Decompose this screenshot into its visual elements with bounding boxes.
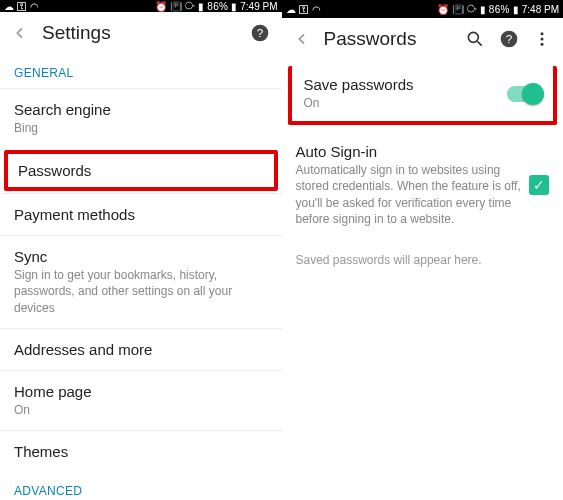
- svg-point-6: [541, 38, 544, 41]
- item-label: Passwords: [18, 162, 264, 179]
- vibrate-icon: 📳: [170, 1, 182, 12]
- settings-item-search-engine[interactable]: Search engine Bing: [0, 88, 282, 148]
- save-passwords-toggle-row[interactable]: Save passwords On: [288, 66, 558, 125]
- settings-screen: ☁ ⚿ ◠ ⏰ 📳 ⧂ ▮ 86% ▮ 7:49 PM Settings ? G…: [0, 0, 282, 500]
- passwords-screen: ☁ ⚿ ◠ ⏰ 📳 ⧂ ▮ 86% ▮ 7:48 PM Passwords ?: [282, 0, 564, 500]
- alarm-icon: ⏰: [155, 1, 167, 12]
- cloud-icon: ☁: [286, 4, 296, 15]
- alarm-icon: ⏰: [437, 4, 449, 15]
- svg-point-2: [468, 32, 478, 42]
- auto-signin-row[interactable]: Auto Sign-in Automatically sign in to we…: [282, 131, 564, 239]
- page-title: Passwords: [324, 28, 417, 50]
- key-icon: ⚿: [17, 1, 27, 12]
- item-sub: Sign in to get your bookmarks, history, …: [14, 267, 268, 316]
- more-icon[interactable]: [533, 30, 551, 48]
- key-icon: ⚿: [299, 4, 309, 15]
- signal-icon: ▮: [480, 4, 486, 15]
- item-sub: On: [14, 402, 268, 418]
- svg-point-7: [541, 43, 544, 46]
- svg-text:?: ?: [256, 26, 263, 39]
- checkbox-checked-icon[interactable]: ✓: [529, 175, 549, 195]
- section-advanced: ADVANCED: [0, 472, 282, 500]
- item-label: Themes: [14, 443, 268, 460]
- wifi-icon: ⧂: [467, 3, 477, 15]
- battery-percent: 86%: [489, 4, 510, 15]
- settings-item-passwords[interactable]: Passwords: [4, 150, 278, 191]
- back-icon[interactable]: [294, 31, 310, 47]
- statusbar-left: ☁ ⚿ ◠ ⏰ 📳 ⧂ ▮ 86% ▮ 7:49 PM: [0, 0, 282, 12]
- svg-text:?: ?: [506, 32, 513, 45]
- search-icon[interactable]: [465, 29, 485, 49]
- settings-header: Settings ?: [0, 12, 282, 54]
- item-label: Auto Sign-in: [296, 143, 530, 160]
- item-label: Search engine: [14, 101, 268, 118]
- back-icon[interactable]: [12, 25, 28, 41]
- toggle-switch[interactable]: [507, 86, 541, 102]
- item-label: Addresses and more: [14, 341, 268, 358]
- item-label: Home page: [14, 383, 268, 400]
- cloud-icon: ☁: [4, 1, 14, 12]
- section-general: GENERAL: [0, 54, 282, 88]
- help-icon[interactable]: ?: [250, 23, 270, 43]
- settings-item-homepage[interactable]: Home page On: [0, 370, 282, 430]
- item-sub: Automatically sign in to websites using …: [296, 162, 530, 227]
- empty-note: Saved passwords will appear here.: [282, 239, 564, 281]
- clock: 7:49 PM: [240, 1, 277, 12]
- help-icon[interactable]: ?: [499, 29, 519, 49]
- arc-icon: ◠: [312, 4, 321, 15]
- item-sub: On: [304, 95, 508, 111]
- page-title: Settings: [42, 22, 111, 44]
- item-label: Payment methods: [14, 206, 268, 223]
- item-sub: Bing: [14, 120, 268, 136]
- item-label: Save passwords: [304, 76, 508, 93]
- settings-item-themes[interactable]: Themes: [0, 430, 282, 472]
- item-label: Sync: [14, 248, 268, 265]
- clock: 7:48 PM: [522, 4, 559, 15]
- wifi-icon: ⧂: [185, 0, 195, 12]
- statusbar-right: ☁ ⚿ ◠ ⏰ 📳 ⧂ ▮ 86% ▮ 7:48 PM: [282, 0, 564, 18]
- vibrate-icon: 📳: [452, 4, 464, 15]
- arc-icon: ◠: [30, 1, 39, 12]
- battery-icon: ▮: [231, 1, 237, 12]
- signal-icon: ▮: [198, 1, 204, 12]
- passwords-header: Passwords ?: [282, 18, 564, 60]
- settings-item-sync[interactable]: Sync Sign in to get your bookmarks, hist…: [0, 235, 282, 328]
- settings-item-addresses[interactable]: Addresses and more: [0, 328, 282, 370]
- battery-icon: ▮: [513, 4, 519, 15]
- svg-point-5: [541, 32, 544, 35]
- battery-percent: 86%: [207, 1, 228, 12]
- settings-item-payment[interactable]: Payment methods: [0, 193, 282, 235]
